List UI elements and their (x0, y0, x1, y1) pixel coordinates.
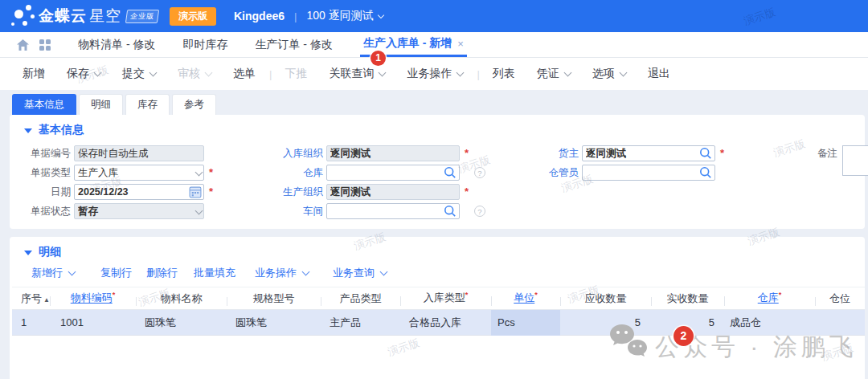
cell-product-type[interactable]: 主产品 (321, 316, 400, 330)
close-icon[interactable]: × (457, 38, 464, 50)
col-header-material-code[interactable]: 物料编码* (50, 291, 136, 305)
organization-switcher[interactable]: 100 逐同测试 (306, 9, 373, 23)
owner-field[interactable] (582, 145, 715, 161)
search-icon[interactable] (699, 147, 712, 160)
add-row-button[interactable]: 新增行 (31, 266, 75, 280)
col-header-unit[interactable]: 单位* (491, 291, 560, 305)
grid-header-row: 序号▲ 物料编码* 物料名称 规格型号 产品类型 入库类型* 单位* 应收数量 … (12, 287, 865, 310)
detail-toolbar: 新增行 复制行 删除行 批量填充 业务操作 业务查询 (31, 266, 387, 280)
tab-instant-inventory[interactable]: 即时库存 (182, 32, 227, 57)
col-header-qty-actual[interactable]: 实收数量 (651, 291, 724, 306)
remark-label: 备注 (796, 145, 837, 161)
copy-row-button[interactable]: 复制行 (100, 266, 132, 280)
owner-label[interactable]: 货主 (516, 145, 579, 161)
calendar-icon[interactable] (189, 185, 202, 198)
collapse-triangle-icon (24, 251, 32, 255)
chevron-down-icon (619, 69, 627, 77)
business-operation-button[interactable]: 业务操作 (407, 67, 463, 81)
submit-button[interactable]: 提交 (122, 67, 156, 81)
bill-type-select[interactable] (74, 165, 204, 181)
exit-button[interactable]: 退出 (648, 67, 670, 81)
chevron-down-icon (94, 69, 102, 77)
search-icon[interactable] (444, 205, 457, 218)
cell-seq[interactable]: 1 (12, 316, 50, 328)
toolbar-divider: | (477, 68, 479, 80)
cell-material-name[interactable]: 圆珠笔 (136, 316, 227, 330)
home-icon[interactable] (16, 39, 30, 51)
tab-reference[interactable]: 参考 (172, 94, 216, 115)
push-down-button: 下推 (285, 67, 307, 81)
prod-org-label[interactable]: 生产组织 (251, 184, 323, 200)
chevron-down-icon (302, 268, 310, 276)
kingdee-cloud-window: 金蝶云 星空 企业版 演示版 Kingdee6 | 100 逐同测试 物料清单 … (0, 0, 868, 379)
edition-badge: 企业版 (125, 10, 159, 23)
bill-status-field (74, 203, 204, 219)
col-header-spec-model[interactable]: 规格型号 (227, 291, 321, 306)
basic-info-section-header[interactable]: 基本信息 (10, 115, 865, 137)
sort-asc-icon: ▲ (43, 296, 50, 304)
basic-info-section: 基本信息 单据编号 单据类型 * 日期 * 单据状态 入库组织 * 仓库 ? 生… (10, 115, 865, 229)
audit-button: 审核 (178, 67, 211, 81)
warehouse-label[interactable]: 仓库 (251, 165, 323, 181)
workshop-field[interactable] (326, 203, 460, 219)
col-header-material-name[interactable]: 物料名称 (136, 291, 227, 306)
open-tabs-bar: 物料清单 - 修改 即时库存 生产订单 - 修改 生产入库单 - 新增 × (0, 32, 868, 58)
stock-org-label[interactable]: 入库组织 (251, 145, 323, 161)
tab-material-list[interactable]: 物料清单 - 修改 (78, 32, 155, 57)
workshop-label[interactable]: 车间 (251, 203, 323, 219)
detail-section-header[interactable]: 明细 (10, 237, 865, 259)
col-header-location[interactable]: 仓位 (815, 291, 865, 306)
select-bill-button[interactable]: 选单 (233, 67, 256, 81)
detail-business-query-button[interactable]: 业务查询 (333, 266, 387, 280)
cell-unit[interactable]: Pcs (491, 310, 560, 336)
detail-business-operation-button[interactable]: 业务操作 (255, 266, 309, 280)
chevron-down-icon (457, 69, 465, 77)
tab-detail[interactable]: 明细 (79, 94, 123, 115)
table-row[interactable]: 1 1001 圆珠笔 圆珠笔 主产品 合格品入库 Pcs 5 5 成品仓 (12, 310, 865, 336)
chevron-down-icon (380, 268, 388, 276)
top-bar: 金蝶云 星空 企业版 演示版 Kingdee6 | 100 逐同测试 (0, 0, 868, 32)
help-icon[interactable]: ? (474, 167, 485, 178)
keeper-label[interactable]: 仓管员 (516, 165, 579, 181)
chevron-down-icon (205, 69, 213, 77)
detail-section: 明细 新增行 复制行 删除行 批量填充 业务操作 业务查询 序号▲ 物料编码* … (10, 237, 865, 379)
col-header-seq[interactable]: 序号▲ (12, 291, 50, 306)
tab-stock[interactable]: 库存 (125, 94, 170, 115)
voucher-button[interactable]: 凭证 (537, 67, 571, 81)
cell-material-code[interactable]: 1001 (50, 316, 136, 328)
col-header-warehouse[interactable]: 仓库* (724, 291, 815, 305)
section-tabs: 基本信息 明细 库存 参考 (12, 94, 219, 115)
tab-production-order[interactable]: 生产订单 - 修改 (255, 32, 332, 57)
chevron-down-icon[interactable] (377, 11, 383, 18)
detail-grid: 序号▲ 物料编码* 物料名称 规格型号 产品类型 入库类型* 单位* 应收数量 … (12, 287, 865, 336)
help-icon[interactable]: ? (474, 206, 485, 217)
list-button[interactable]: 列表 (493, 67, 515, 81)
cell-inbound-type[interactable]: 合格品入库 (400, 316, 491, 330)
date-label: 日期 (16, 184, 71, 200)
warehouse-field[interactable] (326, 165, 460, 181)
cell-spec-model[interactable]: 圆珠笔 (227, 316, 321, 330)
cell-warehouse[interactable]: 成品仓 (724, 316, 815, 330)
chevron-down-icon (68, 268, 76, 276)
new-button[interactable]: 新增 (23, 67, 45, 81)
search-icon[interactable] (444, 166, 457, 179)
product-name: Kingdee6 (234, 10, 285, 22)
col-header-inbound-type[interactable]: 入库类型* (400, 291, 491, 305)
bill-status-label: 单据状态 (16, 203, 71, 219)
batch-fill-button[interactable]: 批量填充 (194, 266, 235, 280)
col-header-product-type[interactable]: 产品类型 (321, 291, 400, 306)
delete-row-button[interactable]: 删除行 (146, 266, 178, 280)
tab-basic-info[interactable]: 基本信息 (12, 94, 76, 115)
search-icon[interactable] (699, 166, 712, 179)
required-mark: * (720, 145, 724, 161)
bill-type-label: 单据类型 (16, 165, 71, 181)
remark-field[interactable] (842, 145, 868, 176)
brand-title: 金蝶云 星空 企业版 (39, 6, 158, 26)
keeper-field[interactable] (582, 165, 715, 181)
app-grid-icon[interactable] (39, 39, 51, 51)
related-query-button[interactable]: 关联查询 (329, 67, 385, 81)
date-field[interactable] (74, 184, 204, 200)
save-button[interactable]: 保存 (67, 67, 100, 81)
col-header-qty-due[interactable]: 应收数量 (560, 291, 651, 306)
options-button[interactable]: 选项 (592, 67, 626, 81)
